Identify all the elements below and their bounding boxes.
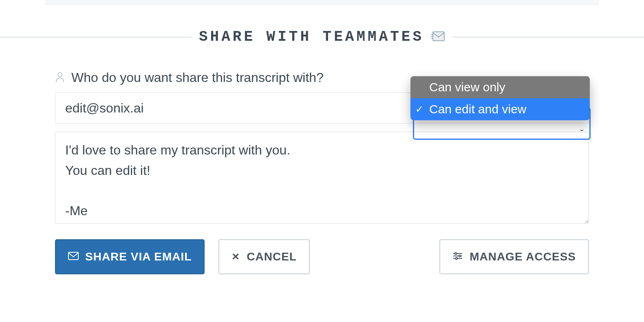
envelope-outline-icon xyxy=(68,250,79,263)
share-button-label: SHARE VIA EMAIL xyxy=(85,250,192,263)
permission-dropdown[interactable]: Can view only ✓ Can edit and view xyxy=(410,76,590,120)
svg-point-9 xyxy=(455,253,457,254)
section-heading: SHARE WITH TEAMMATES xyxy=(0,29,644,45)
cancel-button-label: CANCEL xyxy=(247,250,297,263)
message-textarea[interactable] xyxy=(55,132,589,224)
sliders-icon xyxy=(452,250,463,263)
heading-title: SHARE WITH TEAMMATES xyxy=(199,29,424,45)
recipient-label: Who do you want share this transcript wi… xyxy=(71,70,324,85)
permission-option-edit-and-view[interactable]: ✓ Can edit and view xyxy=(410,98,590,120)
card-top-edge xyxy=(45,0,599,5)
svg-rect-0 xyxy=(433,32,444,41)
action-buttons: SHARE VIA EMAIL ✕ CANCEL MANAGE ACCESS xyxy=(55,239,589,274)
person-icon xyxy=(55,71,65,84)
manage-access-button[interactable]: MANAGE ACCESS xyxy=(439,239,589,274)
permission-option-label: Can view only xyxy=(429,80,505,94)
recipient-input-row: ⌄ Can view only ✓ Can edit and view xyxy=(55,93,589,124)
svg-point-4 xyxy=(58,73,62,77)
share-via-email-button[interactable]: SHARE VIA EMAIL xyxy=(55,239,205,274)
manage-access-label: MANAGE ACCESS xyxy=(470,250,576,263)
permission-option-label: Can edit and view xyxy=(429,102,526,116)
svg-point-10 xyxy=(459,255,461,257)
permission-option-view-only[interactable]: Can view only xyxy=(410,76,590,98)
divider-left xyxy=(0,37,192,37)
share-form: Who do you want share this transcript wi… xyxy=(55,70,589,274)
svg-rect-5 xyxy=(68,252,78,260)
check-icon: ✓ xyxy=(415,104,423,115)
close-icon: ✕ xyxy=(232,251,240,262)
divider-right xyxy=(452,37,644,37)
cancel-button[interactable]: ✕ CANCEL xyxy=(218,239,310,274)
envelope-icon xyxy=(431,31,445,44)
svg-point-11 xyxy=(456,258,457,259)
